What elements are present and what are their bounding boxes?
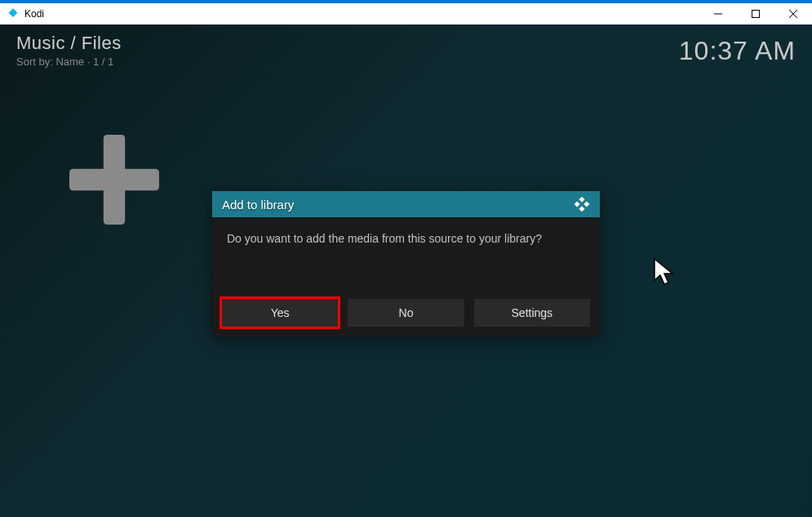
clock: 10:37 AM [679,36,796,66]
kodi-app-icon [7,7,20,20]
sort-info: Sort by: Name · 1 / 1 [16,56,122,68]
svg-rect-0 [752,11,760,18]
svg-rect-5 [583,201,589,207]
minimize-button[interactable] [699,2,737,26]
add-source-button[interactable] [57,123,171,237]
close-button[interactable] [774,2,812,26]
dialog-buttons: Yes No Settings [212,299,600,336]
breadcrumb: Music / Files [16,33,122,54]
settings-button[interactable]: Settings [474,299,590,327]
titlebar-left: Kodi [7,7,44,20]
window-titlebar: Kodi [0,0,812,25]
svg-rect-2 [69,169,159,190]
pagination: 1 / 1 [93,56,113,68]
cursor-icon [653,257,676,288]
dialog-header: Add to library [212,191,600,217]
svg-rect-3 [579,197,584,203]
dialog-message: Do you want to add the media from this s… [212,217,600,299]
dialog-title: Add to library [222,198,294,212]
kodi-logo-icon [574,196,590,212]
yes-button[interactable]: Yes [222,299,338,327]
svg-rect-4 [575,201,580,207]
window-title: Kodi [24,8,44,20]
app-content: Music / Files Sort by: Name · 1 / 1 10:3… [0,25,812,517]
svg-rect-6 [579,206,584,212]
plus-icon [69,135,159,225]
sort-label: Sort by: Name [16,56,84,68]
window-controls [699,2,812,26]
add-to-library-dialog: Add to library Do you want to add the me… [212,191,600,336]
no-button[interactable]: No [348,299,464,327]
maximize-button[interactable] [737,2,774,26]
header-area: Music / Files Sort by: Name · 1 / 1 [16,33,122,68]
